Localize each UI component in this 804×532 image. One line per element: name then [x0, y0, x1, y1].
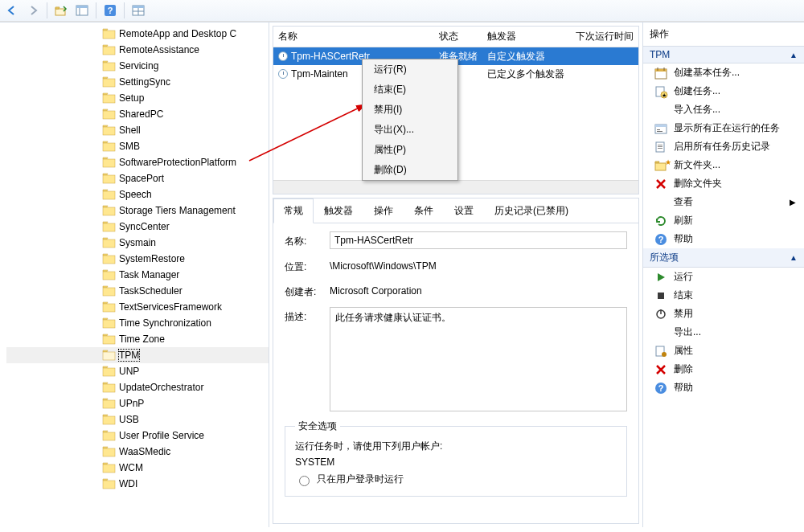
action-item[interactable]: 结束: [643, 286, 804, 305]
help-button[interactable]: ?: [101, 2, 119, 19]
tab[interactable]: 常规: [273, 198, 314, 223]
tree-item[interactable]: Time Synchronization: [6, 315, 269, 331]
forward-button[interactable]: [24, 2, 42, 19]
tree-item[interactable]: RemoteApp and Desktop C: [6, 26, 269, 42]
action-item[interactable]: 导入任务...: [643, 100, 804, 119]
tree-item-label: UpdateOrchestrator: [119, 382, 203, 393]
horizontal-scrollbar[interactable]: [273, 180, 638, 194]
action-item[interactable]: ★新文件夹...: [643, 156, 804, 174]
author-value: Microsoft Corporation: [330, 282, 422, 297]
up-button[interactable]: [52, 2, 70, 19]
tree-item[interactable]: SpacePort: [6, 170, 269, 186]
action-item[interactable]: 运行: [643, 268, 804, 286]
col-name[interactable]: 名称: [273, 27, 434, 47]
tree-item[interactable]: Storage Tiers Management: [6, 203, 269, 219]
svg-rect-38: [103, 481, 115, 489]
folder-icon: [103, 158, 116, 167]
tree-item[interactable]: SMB: [6, 138, 269, 154]
name-field[interactable]: [330, 231, 627, 249]
view-grid-button[interactable]: [129, 2, 147, 19]
action-item[interactable]: 禁用: [643, 305, 804, 323]
tree-item[interactable]: SystemRestore: [6, 251, 269, 267]
folder-tree[interactable]: RemoteApp and Desktop CRemoteAssistanceS…: [0, 23, 269, 527]
action-item[interactable]: 启用所有任务历史记录: [643, 137, 804, 156]
tree-item[interactable]: SyncCenter: [6, 219, 269, 235]
running-icon: [654, 122, 667, 135]
tree-item[interactable]: Setup: [6, 90, 269, 106]
tab[interactable]: 历史记录(已禁用): [484, 198, 579, 223]
view-panes-button[interactable]: [73, 2, 91, 19]
tree-item[interactable]: User Profile Service: [6, 428, 269, 444]
svg-rect-29: [103, 336, 115, 344]
action-item[interactable]: ?帮助: [643, 230, 804, 248]
tree-item[interactable]: TextServicesFramework: [6, 299, 269, 315]
folder-icon: [103, 447, 116, 456]
folder-icon: [103, 190, 116, 199]
refresh-icon: [654, 215, 667, 227]
svg-text:?: ?: [658, 383, 664, 393]
tree-item[interactable]: SettingSync: [6, 74, 269, 90]
run-only-logged-radio[interactable]: [299, 476, 310, 486]
tree-item[interactable]: USB: [6, 411, 269, 428]
svg-rect-13: [103, 79, 115, 87]
context-menu-item[interactable]: 属性(P): [363, 140, 457, 160]
col-state[interactable]: 状态: [434, 27, 482, 47]
author-label: 创建者:: [285, 282, 322, 299]
tree-item[interactable]: Task Manager: [6, 267, 269, 283]
tree-item-label: Task Manager: [119, 269, 179, 280]
col-next-run[interactable]: 下次运行时间: [571, 27, 638, 47]
tree-item[interactable]: RemoteAssistance: [6, 42, 269, 58]
toolbar: ?: [0, 0, 804, 22]
tree-item[interactable]: UpdateOrchestrator: [6, 379, 269, 395]
context-menu-item[interactable]: 禁用(I): [363, 100, 457, 120]
tree-item[interactable]: Shell: [6, 122, 269, 138]
folder-icon: [103, 174, 116, 183]
context-menu-item[interactable]: 运行(R): [363, 59, 457, 80]
action-item[interactable]: 导出...: [643, 323, 804, 342]
tree-item[interactable]: Sysmain: [6, 235, 269, 251]
folder-icon: [103, 334, 116, 344]
tree-item[interactable]: SharedPC: [6, 106, 269, 122]
tree-item[interactable]: Time Zone: [6, 331, 269, 347]
actions-section-selected[interactable]: 所选项 ▲: [643, 248, 804, 268]
tree-item[interactable]: UNP: [6, 363, 269, 379]
action-item[interactable]: 删除文件夹: [643, 174, 804, 193]
del-red-icon: [654, 178, 667, 190]
svg-rect-37: [103, 464, 115, 473]
tree-item[interactable]: Speech: [6, 186, 269, 203]
action-label: 启用所有任务历史记录: [674, 140, 770, 153]
tab[interactable]: 条件: [404, 198, 444, 223]
tree-item[interactable]: SoftwareProtectionPlatform: [6, 154, 269, 170]
context-menu-item[interactable]: 导出(X)...: [363, 120, 457, 140]
tree-item[interactable]: WCM: [6, 460, 269, 476]
context-menu-item[interactable]: 结束(E): [363, 80, 457, 100]
action-item[interactable]: 删除: [643, 360, 804, 379]
run-icon: [654, 271, 667, 284]
action-item[interactable]: 显示所有正在运行的任务: [643, 119, 804, 137]
tree-item[interactable]: Servicing: [6, 58, 269, 74]
props-icon: [654, 345, 667, 358]
tree-item[interactable]: TaskScheduler: [6, 283, 269, 299]
tab[interactable]: 操作: [363, 198, 404, 223]
folder-icon: [103, 431, 116, 440]
tree-item[interactable]: WDI: [6, 476, 269, 492]
tree-item[interactable]: UPnP: [6, 395, 269, 411]
action-item[interactable]: ★创建任务...: [643, 82, 804, 100]
tab[interactable]: 触发器: [314, 198, 363, 223]
action-item[interactable]: 刷新: [643, 211, 804, 230]
back-button[interactable]: [3, 2, 21, 19]
action-item[interactable]: 查看▶: [643, 193, 804, 211]
folder-icon: [103, 238, 116, 248]
svg-rect-33: [103, 400, 115, 408]
description-field[interactable]: [330, 307, 627, 411]
location-label: 位置:: [285, 257, 322, 274]
tree-item[interactable]: TPM: [6, 347, 269, 363]
action-item[interactable]: 创建基本任务...: [643, 63, 804, 82]
tree-item[interactable]: WaaSMedic: [6, 444, 269, 460]
tab[interactable]: 设置: [444, 198, 484, 223]
action-item[interactable]: 属性: [643, 342, 804, 360]
context-menu-item[interactable]: 删除(D): [363, 160, 457, 180]
actions-section-tpm[interactable]: TPM ▲: [643, 47, 804, 63]
col-trigger[interactable]: 触发器: [482, 27, 571, 47]
action-item[interactable]: ?帮助: [643, 379, 804, 397]
